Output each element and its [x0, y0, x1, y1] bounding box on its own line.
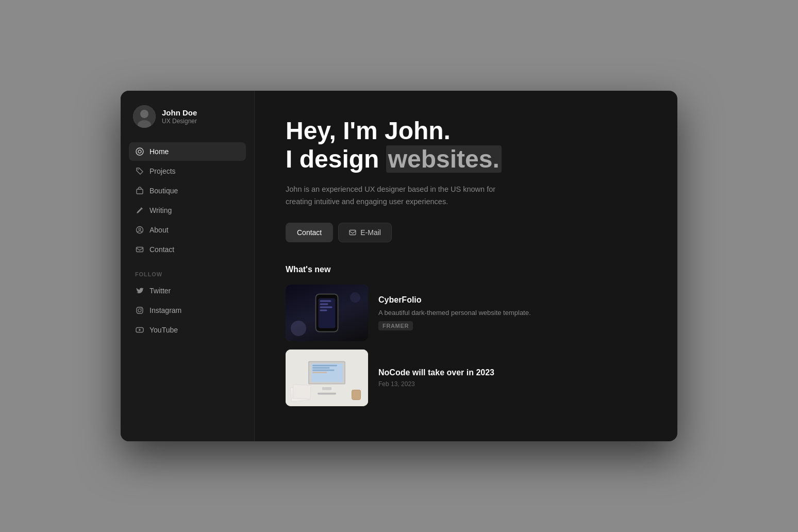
svg-point-11	[138, 309, 141, 312]
card-date-nocode: Feb 13, 2023	[378, 380, 646, 388]
follow-label: Follow	[129, 271, 246, 277]
mail-icon	[135, 245, 144, 254]
nav-item-projects[interactable]: Projects	[129, 162, 246, 180]
instagram-icon	[135, 306, 144, 315]
profile-role: UX Designer	[162, 118, 197, 125]
svg-rect-10	[137, 307, 143, 313]
card-tag-cyberfolio: FRAMER	[378, 321, 413, 330]
nav-item-about[interactable]: About	[129, 221, 246, 239]
nav-boutique-label: Boutique	[149, 187, 178, 195]
avatar	[133, 105, 156, 128]
profile-name: John Doe	[162, 108, 197, 117]
card-thumb-nocode	[286, 350, 368, 406]
hero-section: Hey, I'm John. I design websites. John i…	[286, 117, 646, 242]
sidebar: John Doe UX Designer Home	[121, 91, 255, 441]
nav-home-label: Home	[149, 147, 169, 156]
svg-rect-9	[137, 247, 143, 252]
svg-point-5	[138, 169, 139, 170]
nav-item-youtube[interactable]: YouTube	[129, 321, 246, 339]
nav-projects-label: Projects	[149, 167, 176, 175]
bag-icon	[135, 186, 144, 195]
hero-title: Hey, I'm John. I design websites.	[286, 117, 646, 173]
pen-icon	[135, 206, 144, 215]
svg-point-3	[136, 148, 143, 155]
nav-item-contact[interactable]: Contact	[129, 240, 246, 259]
main-nav: Home Projects	[129, 142, 246, 259]
hero-buttons: Contact E-Mail	[286, 223, 646, 242]
nav-item-boutique[interactable]: Boutique	[129, 181, 246, 200]
contact-button[interactable]: Contact	[286, 223, 333, 242]
nav-about-label: About	[149, 226, 169, 234]
svg-point-4	[138, 150, 141, 153]
social-nav: Twitter Instagram	[129, 281, 246, 339]
svg-point-8	[139, 228, 141, 230]
main-content: Hey, I'm John. I design websites. John i…	[255, 91, 677, 441]
nav-item-home[interactable]: Home	[129, 142, 246, 161]
nav-instagram-label: Instagram	[149, 306, 181, 314]
nav-contact-label: Contact	[149, 245, 174, 254]
svg-point-1	[140, 110, 148, 118]
whats-new-section: What's new	[286, 265, 646, 406]
home-icon	[135, 147, 144, 156]
card-thumb-cyberfolio	[286, 285, 368, 341]
nav-youtube-label: YouTube	[149, 326, 178, 334]
svg-point-12	[141, 308, 142, 309]
youtube-icon	[135, 325, 144, 335]
card-nocode[interactable]: NoCode will take over in 2023 Feb 13, 20…	[286, 350, 646, 406]
card-cyberfolio[interactable]: CyberFolio A beautiful dark-themed perso…	[286, 285, 646, 341]
email-button[interactable]: E-Mail	[338, 223, 392, 242]
user-circle-icon	[135, 225, 144, 235]
nav-item-instagram[interactable]: Instagram	[129, 301, 246, 320]
twitter-icon	[135, 286, 144, 295]
whats-new-label: What's new	[286, 265, 646, 274]
hero-highlight-word: websites.	[386, 145, 502, 173]
phone-mockup	[315, 294, 339, 332]
card-title-cyberfolio: CyberFolio	[378, 295, 646, 305]
nav-item-writing[interactable]: Writing	[129, 201, 246, 220]
profile-section: John Doe UX Designer	[129, 105, 246, 128]
nav-twitter-label: Twitter	[149, 287, 171, 295]
card-info-cyberfolio: CyberFolio A beautiful dark-themed perso…	[378, 285, 646, 341]
card-info-nocode: NoCode will take over in 2023 Feb 13, 20…	[378, 350, 646, 406]
card-title-nocode: NoCode will take over in 2023	[378, 368, 646, 377]
svg-rect-14	[350, 230, 356, 235]
email-button-label: E-Mail	[360, 228, 381, 237]
email-icon	[349, 229, 356, 236]
hero-line2-prefix: I design	[286, 145, 386, 173]
tag-icon	[135, 167, 144, 176]
nav-writing-label: Writing	[149, 206, 172, 214]
app-window: John Doe UX Designer Home	[121, 91, 677, 441]
hero-description: John is an experienced UX designer based…	[286, 184, 502, 208]
profile-info: John Doe UX Designer	[162, 108, 197, 125]
nav-item-twitter[interactable]: Twitter	[129, 281, 246, 300]
svg-rect-6	[137, 189, 143, 194]
hero-line1: Hey, I'm John.	[286, 117, 451, 144]
card-desc-cyberfolio: A beautiful dark-themed personal website…	[378, 308, 646, 318]
card-list: CyberFolio A beautiful dark-themed perso…	[286, 285, 646, 406]
